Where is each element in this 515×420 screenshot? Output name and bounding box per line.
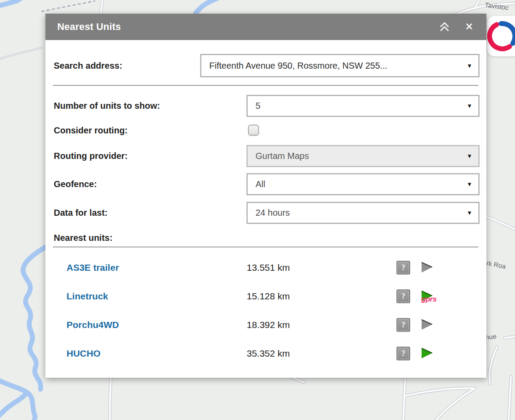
data-for-last-label: Data for last:	[54, 202, 107, 224]
connection-arrow-gray-icon	[421, 318, 436, 332]
unit-distance: 18.392 km	[247, 320, 290, 330]
nearest-units-dialog: Nearest Units ✕ Search address: Fifteent…	[45, 14, 486, 378]
unit-distance: 13.551 km	[247, 262, 290, 273]
unit-distance: 35.352 km	[247, 348, 290, 359]
geofence-label: Geofence:	[54, 173, 97, 195]
divider	[53, 247, 478, 247]
nearest-units-heading: Nearest units:	[54, 231, 112, 244]
connection-arrow-gray-icon	[421, 261, 436, 274]
dropdown-caret-icon: ▼	[463, 210, 478, 216]
routing-provider-select: Gurtam Maps ▼	[247, 145, 479, 167]
unit-row: HUCHO 35.352 km ?	[45, 339, 486, 368]
connection-arrow-green-gprs-icon: gprs	[421, 290, 436, 303]
search-address-label: Search address:	[54, 54, 122, 77]
unit-help-button[interactable]: ?	[396, 318, 410, 332]
dropdown-caret-icon: ▼	[463, 63, 478, 69]
search-address-select[interactable]: Fifteenth Avenue 950, Rossmore, NSW 255.…	[200, 54, 479, 77]
dialog-header: Nearest Units ✕	[45, 14, 486, 40]
question-icon: ?	[401, 349, 405, 358]
units-count-label: Number of units to show:	[54, 95, 160, 117]
divider	[53, 85, 478, 86]
collapse-button[interactable]	[439, 21, 450, 33]
app-logo-card	[487, 16, 515, 56]
geofence-select[interactable]: All ▼	[247, 173, 479, 195]
unit-help-button[interactable]: ?	[396, 347, 410, 361]
unit-name-link[interactable]: Porchu4WD	[67, 320, 119, 330]
question-icon: ?	[401, 321, 405, 330]
unit-distance: 15.128 km	[247, 291, 290, 302]
unit-help-button[interactable]: ?	[396, 290, 410, 303]
consider-routing-label: Consider routing:	[54, 124, 128, 136]
chevron-double-up-icon	[439, 22, 450, 32]
question-icon: ?	[401, 263, 405, 273]
close-button[interactable]: ✕	[463, 21, 475, 33]
dropdown-caret-icon: ▼	[463, 103, 478, 109]
data-for-last-select[interactable]: 24 hours ▼	[247, 202, 479, 224]
consider-routing-checkbox[interactable]	[248, 125, 259, 136]
swirl-logo-icon	[487, 16, 515, 56]
gprs-badge: gprs	[421, 295, 437, 303]
unit-name-link[interactable]: AS3E trailer	[67, 262, 119, 273]
routing-provider-label: Routing provider:	[54, 145, 128, 167]
units-count-value: 5	[248, 101, 463, 111]
dialog-title: Nearest Units	[45, 21, 121, 33]
close-icon: ✕	[465, 22, 473, 32]
data-for-last-value: 24 hours	[248, 208, 463, 218]
unit-name-link[interactable]: Linetruck	[67, 291, 108, 302]
unit-name-link[interactable]: HUCHO	[67, 348, 100, 359]
dropdown-caret-icon: ▼	[463, 153, 478, 159]
connection-arrow-green-icon	[421, 347, 436, 360]
dialog-header-actions: ✕	[439, 21, 486, 33]
routing-provider-value: Gurtam Maps	[248, 151, 463, 161]
search-address-value: Fifteenth Avenue 950, Rossmore, NSW 255.…	[201, 61, 463, 71]
units-count-select[interactable]: 5 ▼	[247, 95, 479, 117]
question-icon: ?	[401, 292, 405, 301]
dropdown-caret-icon: ▼	[463, 181, 478, 188]
geofence-value: All	[248, 179, 463, 189]
unit-row: Porchu4WD 18.392 km ?	[45, 311, 486, 339]
unit-row: AS3E trailer 13.551 km ?	[45, 254, 486, 282]
unit-help-button[interactable]: ?	[396, 261, 410, 275]
unit-row: Linetruck 15.128 km ? gprs	[45, 282, 486, 310]
